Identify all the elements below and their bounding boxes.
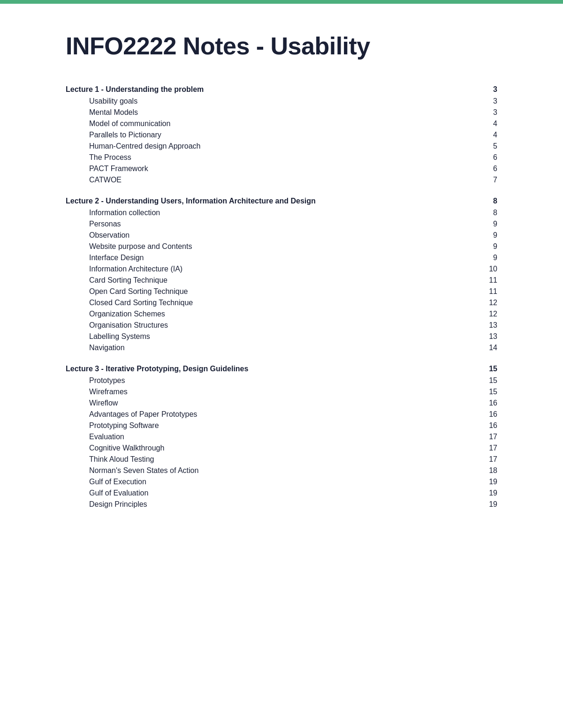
toc-item-label-2-7: Think Aloud Testing	[66, 454, 479, 465]
toc-item-2-0: Prototypes15	[66, 375, 497, 386]
section-page-1: 8	[479, 188, 497, 207]
toc-item-label-2-2: Wireflow	[66, 398, 479, 409]
toc-item-0-7: CATWOE7	[66, 174, 497, 186]
toc-item-label-2-6: Cognitive Walkthrough	[66, 443, 479, 454]
section-label-1: Lecture 2 - Understanding Users, Informa…	[66, 188, 479, 207]
toc-item-1-6: Card Sorting Technique11	[66, 275, 497, 286]
toc-item-1-10: Organisation Structures13	[66, 320, 497, 331]
toc-item-1-3: Website purpose and Contents9	[66, 241, 497, 252]
toc-item-2-5: Evaluation17	[66, 431, 497, 443]
toc-item-label-2-10: Gulf of Evaluation	[66, 488, 479, 499]
toc-item-page-2-7: 17	[479, 454, 497, 465]
toc-item-label-0-6: PACT Framework	[66, 163, 479, 174]
toc-item-page-2-8: 18	[479, 465, 497, 476]
toc-item-label-2-3: Advantages of Paper Prototypes	[66, 409, 479, 420]
top-bar	[0, 0, 563, 4]
toc-item-label-1-9: Organization Schemes	[66, 308, 479, 320]
toc-item-page-0-3: 4	[479, 129, 497, 141]
section-header-2: Lecture 3 - Iterative Prototyping, Desig…	[66, 356, 497, 375]
toc-item-page-2-5: 17	[479, 431, 497, 443]
toc-item-2-4: Prototyping Software16	[66, 420, 497, 431]
toc-item-page-1-2: 9	[479, 230, 497, 241]
toc-item-page-0-4: 5	[479, 141, 497, 152]
toc-item-page-1-10: 13	[479, 320, 497, 331]
toc-item-label-2-5: Evaluation	[66, 431, 479, 443]
toc-item-1-11: Labelling Systems13	[66, 331, 497, 342]
toc-item-label-0-2: Model of communication	[66, 118, 479, 129]
toc-item-2-3: Advantages of Paper Prototypes16	[66, 409, 497, 420]
toc-item-label-0-7: CATWOE	[66, 174, 479, 186]
toc-item-label-2-8: Norman's Seven States of Action	[66, 465, 479, 476]
toc-item-1-8: Closed Card Sorting Technique12	[66, 297, 497, 308]
toc-item-1-0: Information collection8	[66, 207, 497, 218]
toc-item-label-1-1: Personas	[66, 218, 479, 230]
toc-item-page-2-10: 19	[479, 488, 497, 499]
toc-item-1-4: Interface Design9	[66, 252, 497, 263]
toc-item-page-2-3: 16	[479, 409, 497, 420]
toc-item-page-1-9: 12	[479, 308, 497, 320]
toc-item-page-2-9: 19	[479, 476, 497, 488]
toc-item-0-3: Parallels to Pictionary4	[66, 129, 497, 141]
toc-item-page-2-2: 16	[479, 398, 497, 409]
toc-item-0-2: Model of communication4	[66, 118, 497, 129]
section-label-0: Lecture 1 - Understanding the problem	[66, 77, 479, 96]
toc-item-page-1-3: 9	[479, 241, 497, 252]
toc-item-0-5: The Process6	[66, 152, 497, 163]
section-page-2: 15	[479, 356, 497, 375]
toc-item-2-1: Wireframes15	[66, 386, 497, 398]
toc-item-page-2-1: 15	[479, 386, 497, 398]
toc-item-label-2-0: Prototypes	[66, 375, 479, 386]
toc-item-page-0-0: 3	[479, 96, 497, 107]
toc-item-0-4: Human-Centred design Approach5	[66, 141, 497, 152]
toc-item-page-1-7: 11	[479, 286, 497, 297]
toc-item-label-0-0: Usability goals	[66, 96, 479, 107]
toc-item-0-6: PACT Framework6	[66, 163, 497, 174]
section-page-0: 3	[479, 77, 497, 96]
page-content: INFO2222 Notes - Usability Lecture 1 - U…	[0, 4, 563, 550]
toc-item-label-1-7: Open Card Sorting Technique	[66, 286, 479, 297]
toc-item-label-1-4: Interface Design	[66, 252, 479, 263]
toc-item-2-6: Cognitive Walkthrough17	[66, 443, 497, 454]
toc-item-page-0-6: 6	[479, 163, 497, 174]
toc-item-label-0-4: Human-Centred design Approach	[66, 141, 479, 152]
toc-item-1-9: Organization Schemes12	[66, 308, 497, 320]
toc-item-label-1-10: Organisation Structures	[66, 320, 479, 331]
toc-item-page-1-4: 9	[479, 252, 497, 263]
toc-item-1-1: Personas9	[66, 218, 497, 230]
toc-item-2-10: Gulf of Evaluation19	[66, 488, 497, 499]
toc-item-page-0-7: 7	[479, 174, 497, 186]
toc-item-label-2-11: Design Principles	[66, 499, 479, 510]
toc-item-page-1-8: 12	[479, 297, 497, 308]
toc-item-0-1: Mental Models3	[66, 107, 497, 118]
toc-item-page-2-0: 15	[479, 375, 497, 386]
toc-item-page-1-1: 9	[479, 218, 497, 230]
toc-item-1-7: Open Card Sorting Technique11	[66, 286, 497, 297]
toc-item-label-0-3: Parallels to Pictionary	[66, 129, 479, 141]
toc-item-2-2: Wireflow16	[66, 398, 497, 409]
toc-item-2-8: Norman's Seven States of Action18	[66, 465, 497, 476]
toc-item-0-0: Usability goals3	[66, 96, 497, 107]
toc-item-page-1-6: 11	[479, 275, 497, 286]
toc-item-page-0-1: 3	[479, 107, 497, 118]
toc-item-label-1-0: Information collection	[66, 207, 479, 218]
toc-item-page-1-0: 8	[479, 207, 497, 218]
toc-item-1-12: Navigation14	[66, 342, 497, 353]
toc-item-2-7: Think Aloud Testing17	[66, 454, 497, 465]
toc-item-label-1-6: Card Sorting Technique	[66, 275, 479, 286]
toc-item-page-2-4: 16	[479, 420, 497, 431]
toc-item-label-2-9: Gulf of Execution	[66, 476, 479, 488]
toc-item-label-1-2: Observation	[66, 230, 479, 241]
toc-item-page-0-2: 4	[479, 118, 497, 129]
toc-item-page-1-5: 10	[479, 263, 497, 275]
toc-item-page-1-12: 14	[479, 342, 497, 353]
page-title: INFO2222 Notes - Usability	[66, 32, 497, 60]
toc-item-label-1-5: Information Architecture (IA)	[66, 263, 479, 275]
toc-item-label-1-8: Closed Card Sorting Technique	[66, 297, 479, 308]
toc-item-page-2-11: 19	[479, 499, 497, 510]
toc-item-1-2: Observation9	[66, 230, 497, 241]
toc-item-label-1-12: Navigation	[66, 342, 479, 353]
toc-item-label-2-1: Wireframes	[66, 386, 479, 398]
toc-item-label-0-1: Mental Models	[66, 107, 479, 118]
toc-item-1-5: Information Architecture (IA)10	[66, 263, 497, 275]
section-header-1: Lecture 2 - Understanding Users, Informa…	[66, 188, 497, 207]
